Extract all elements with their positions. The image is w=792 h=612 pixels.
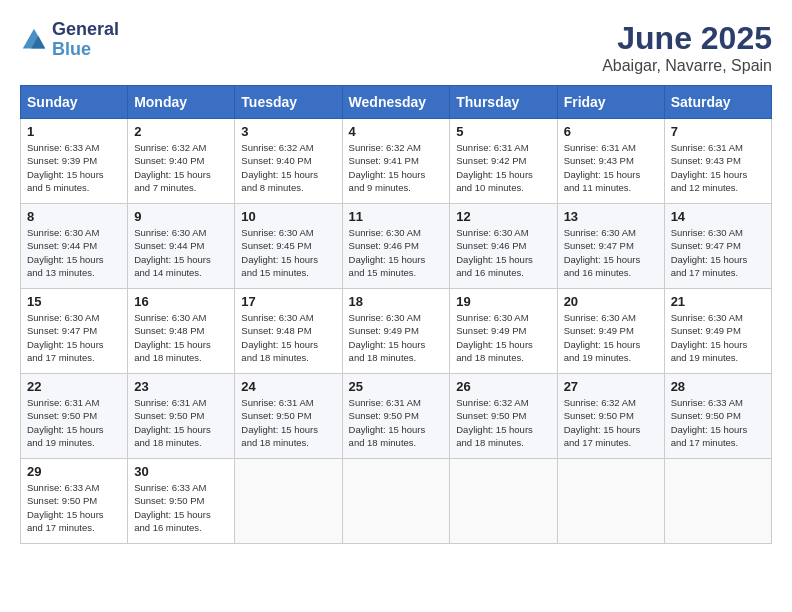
- day-number: 28: [671, 379, 765, 394]
- day-number: 10: [241, 209, 335, 224]
- day-info: Sunrise: 6:30 AM Sunset: 9:44 PM Dayligh…: [134, 226, 228, 279]
- day-info: Sunrise: 6:33 AM Sunset: 9:39 PM Dayligh…: [27, 141, 121, 194]
- calendar-day-cell: [235, 459, 342, 544]
- calendar-day-cell: 19 Sunrise: 6:30 AM Sunset: 9:49 PM Dayl…: [450, 289, 557, 374]
- day-number: 13: [564, 209, 658, 224]
- calendar-day-cell: 4 Sunrise: 6:32 AM Sunset: 9:41 PM Dayli…: [342, 119, 450, 204]
- day-info: Sunrise: 6:32 AM Sunset: 9:50 PM Dayligh…: [456, 396, 550, 449]
- day-info: Sunrise: 6:32 AM Sunset: 9:41 PM Dayligh…: [349, 141, 444, 194]
- day-number: 9: [134, 209, 228, 224]
- calendar-day-cell: 25 Sunrise: 6:31 AM Sunset: 9:50 PM Dayl…: [342, 374, 450, 459]
- day-number: 21: [671, 294, 765, 309]
- calendar-day-cell: 9 Sunrise: 6:30 AM Sunset: 9:44 PM Dayli…: [128, 204, 235, 289]
- day-info: Sunrise: 6:33 AM Sunset: 9:50 PM Dayligh…: [134, 481, 228, 534]
- day-number: 3: [241, 124, 335, 139]
- day-info: Sunrise: 6:30 AM Sunset: 9:47 PM Dayligh…: [27, 311, 121, 364]
- calendar-header-friday: Friday: [557, 86, 664, 119]
- calendar-day-cell: 22 Sunrise: 6:31 AM Sunset: 9:50 PM Dayl…: [21, 374, 128, 459]
- day-number: 26: [456, 379, 550, 394]
- calendar-day-cell: 1 Sunrise: 6:33 AM Sunset: 9:39 PM Dayli…: [21, 119, 128, 204]
- page-header: General Blue June 2025 Abaigar, Navarre,…: [20, 20, 772, 75]
- day-info: Sunrise: 6:30 AM Sunset: 9:49 PM Dayligh…: [671, 311, 765, 364]
- calendar-header-monday: Monday: [128, 86, 235, 119]
- day-number: 27: [564, 379, 658, 394]
- day-number: 25: [349, 379, 444, 394]
- calendar-header-saturday: Saturday: [664, 86, 771, 119]
- day-info: Sunrise: 6:33 AM Sunset: 9:50 PM Dayligh…: [27, 481, 121, 534]
- day-number: 5: [456, 124, 550, 139]
- calendar-day-cell: 8 Sunrise: 6:30 AM Sunset: 9:44 PM Dayli…: [21, 204, 128, 289]
- day-info: Sunrise: 6:31 AM Sunset: 9:43 PM Dayligh…: [564, 141, 658, 194]
- day-number: 12: [456, 209, 550, 224]
- day-info: Sunrise: 6:30 AM Sunset: 9:46 PM Dayligh…: [349, 226, 444, 279]
- day-number: 19: [456, 294, 550, 309]
- day-number: 14: [671, 209, 765, 224]
- day-info: Sunrise: 6:31 AM Sunset: 9:42 PM Dayligh…: [456, 141, 550, 194]
- calendar-week-row: 29 Sunrise: 6:33 AM Sunset: 9:50 PM Dayl…: [21, 459, 772, 544]
- calendar-header-tuesday: Tuesday: [235, 86, 342, 119]
- day-info: Sunrise: 6:31 AM Sunset: 9:43 PM Dayligh…: [671, 141, 765, 194]
- day-number: 4: [349, 124, 444, 139]
- calendar-day-cell: [557, 459, 664, 544]
- day-number: 22: [27, 379, 121, 394]
- logo-general-text: General: [52, 19, 119, 39]
- calendar-week-row: 22 Sunrise: 6:31 AM Sunset: 9:50 PM Dayl…: [21, 374, 772, 459]
- calendar-header-sunday: Sunday: [21, 86, 128, 119]
- calendar-header-thursday: Thursday: [450, 86, 557, 119]
- day-number: 30: [134, 464, 228, 479]
- calendar-day-cell: 13 Sunrise: 6:30 AM Sunset: 9:47 PM Dayl…: [557, 204, 664, 289]
- calendar-day-cell: 18 Sunrise: 6:30 AM Sunset: 9:49 PM Dayl…: [342, 289, 450, 374]
- calendar-day-cell: 24 Sunrise: 6:31 AM Sunset: 9:50 PM Dayl…: [235, 374, 342, 459]
- day-info: Sunrise: 6:30 AM Sunset: 9:47 PM Dayligh…: [671, 226, 765, 279]
- calendar-week-row: 15 Sunrise: 6:30 AM Sunset: 9:47 PM Dayl…: [21, 289, 772, 374]
- day-info: Sunrise: 6:30 AM Sunset: 9:44 PM Dayligh…: [27, 226, 121, 279]
- calendar-day-cell: 11 Sunrise: 6:30 AM Sunset: 9:46 PM Dayl…: [342, 204, 450, 289]
- day-number: 29: [27, 464, 121, 479]
- day-info: Sunrise: 6:30 AM Sunset: 9:49 PM Dayligh…: [456, 311, 550, 364]
- calendar-header-row: SundayMondayTuesdayWednesdayThursdayFrid…: [21, 86, 772, 119]
- calendar-day-cell: 29 Sunrise: 6:33 AM Sunset: 9:50 PM Dayl…: [21, 459, 128, 544]
- day-info: Sunrise: 6:33 AM Sunset: 9:50 PM Dayligh…: [671, 396, 765, 449]
- calendar-day-cell: 7 Sunrise: 6:31 AM Sunset: 9:43 PM Dayli…: [664, 119, 771, 204]
- day-info: Sunrise: 6:30 AM Sunset: 9:46 PM Dayligh…: [456, 226, 550, 279]
- calendar-day-cell: 30 Sunrise: 6:33 AM Sunset: 9:50 PM Dayl…: [128, 459, 235, 544]
- calendar-day-cell: [342, 459, 450, 544]
- day-info: Sunrise: 6:30 AM Sunset: 9:48 PM Dayligh…: [241, 311, 335, 364]
- calendar-day-cell: 21 Sunrise: 6:30 AM Sunset: 9:49 PM Dayl…: [664, 289, 771, 374]
- day-info: Sunrise: 6:31 AM Sunset: 9:50 PM Dayligh…: [134, 396, 228, 449]
- logo: General Blue: [20, 20, 119, 60]
- calendar-day-cell: 27 Sunrise: 6:32 AM Sunset: 9:50 PM Dayl…: [557, 374, 664, 459]
- calendar-day-cell: 23 Sunrise: 6:31 AM Sunset: 9:50 PM Dayl…: [128, 374, 235, 459]
- calendar-subtitle: Abaigar, Navarre, Spain: [602, 57, 772, 75]
- day-number: 11: [349, 209, 444, 224]
- day-info: Sunrise: 6:30 AM Sunset: 9:45 PM Dayligh…: [241, 226, 335, 279]
- calendar-day-cell: 5 Sunrise: 6:31 AM Sunset: 9:42 PM Dayli…: [450, 119, 557, 204]
- day-info: Sunrise: 6:32 AM Sunset: 9:40 PM Dayligh…: [134, 141, 228, 194]
- day-number: 1: [27, 124, 121, 139]
- day-info: Sunrise: 6:30 AM Sunset: 9:49 PM Dayligh…: [564, 311, 658, 364]
- calendar-day-cell: 12 Sunrise: 6:30 AM Sunset: 9:46 PM Dayl…: [450, 204, 557, 289]
- calendar-day-cell: 10 Sunrise: 6:30 AM Sunset: 9:45 PM Dayl…: [235, 204, 342, 289]
- calendar-day-cell: 2 Sunrise: 6:32 AM Sunset: 9:40 PM Dayli…: [128, 119, 235, 204]
- day-number: 17: [241, 294, 335, 309]
- day-info: Sunrise: 6:31 AM Sunset: 9:50 PM Dayligh…: [349, 396, 444, 449]
- calendar-day-cell: [450, 459, 557, 544]
- calendar-day-cell: 15 Sunrise: 6:30 AM Sunset: 9:47 PM Dayl…: [21, 289, 128, 374]
- day-info: Sunrise: 6:32 AM Sunset: 9:40 PM Dayligh…: [241, 141, 335, 194]
- calendar-week-row: 8 Sunrise: 6:30 AM Sunset: 9:44 PM Dayli…: [21, 204, 772, 289]
- calendar-day-cell: [664, 459, 771, 544]
- day-number: 23: [134, 379, 228, 394]
- calendar-title: June 2025: [602, 20, 772, 57]
- day-number: 6: [564, 124, 658, 139]
- calendar-day-cell: 14 Sunrise: 6:30 AM Sunset: 9:47 PM Dayl…: [664, 204, 771, 289]
- day-number: 20: [564, 294, 658, 309]
- calendar-day-cell: 6 Sunrise: 6:31 AM Sunset: 9:43 PM Dayli…: [557, 119, 664, 204]
- day-number: 7: [671, 124, 765, 139]
- day-info: Sunrise: 6:31 AM Sunset: 9:50 PM Dayligh…: [241, 396, 335, 449]
- calendar-table: SundayMondayTuesdayWednesdayThursdayFrid…: [20, 85, 772, 544]
- calendar-day-cell: 16 Sunrise: 6:30 AM Sunset: 9:48 PM Dayl…: [128, 289, 235, 374]
- day-info: Sunrise: 6:30 AM Sunset: 9:47 PM Dayligh…: [564, 226, 658, 279]
- calendar-header-wednesday: Wednesday: [342, 86, 450, 119]
- day-number: 8: [27, 209, 121, 224]
- calendar-day-cell: 17 Sunrise: 6:30 AM Sunset: 9:48 PM Dayl…: [235, 289, 342, 374]
